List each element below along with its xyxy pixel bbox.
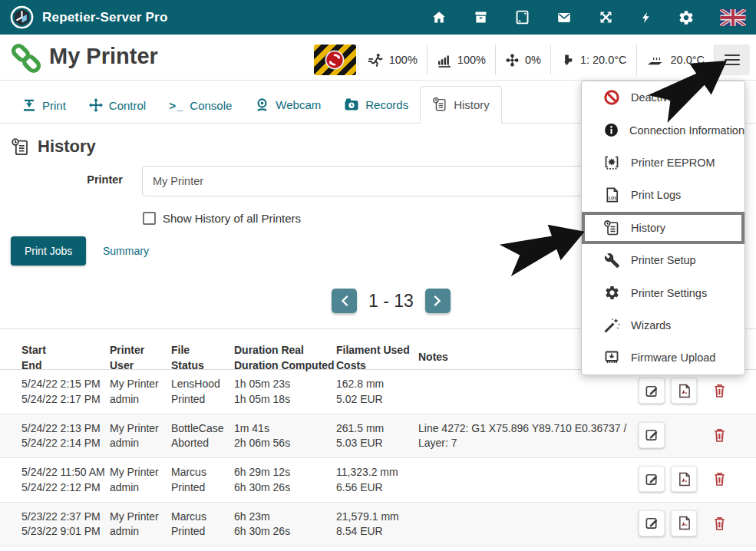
menu-item-printer-settings[interactable]: Printer Settings	[582, 276, 744, 308]
table-row: 5/24/22 2:15 PM5/24/22 2:17 PM My Printe…	[0, 370, 756, 414]
printer-select[interactable]: My Printer	[142, 166, 583, 196]
menu-item-printer-eeprom[interactable]: Printer EEPROM	[582, 147, 744, 179]
bed-temp-status[interactable]: 20.0°C	[636, 45, 715, 75]
eeprom-icon	[603, 154, 620, 171]
printer-statusbar: 100% 100% 0	[314, 45, 750, 75]
hamburger-icon	[725, 54, 740, 57]
edit-icon	[645, 516, 659, 530]
pdf-report-button[interactable]	[671, 378, 697, 404]
show-all-printers-checkbox[interactable]	[143, 212, 156, 225]
wand-icon	[603, 317, 620, 334]
speed-status[interactable]: 100%	[358, 45, 427, 75]
history-heading-label: History	[38, 137, 96, 157]
edit-notes-button[interactable]	[639, 466, 665, 492]
firmware-upload-icon	[603, 349, 620, 366]
edit-notes-button[interactable]	[639, 510, 665, 536]
menu-item-firmware-upload[interactable]: Firmware Upload	[582, 341, 744, 374]
heated-bed-icon	[646, 52, 665, 68]
flow-value: 100%	[457, 54, 486, 66]
printer-box-icon[interactable]	[473, 9, 489, 25]
menu-item-printer-setup[interactable]: Printer Setup	[582, 244, 744, 276]
pdf-report-button[interactable]	[671, 510, 697, 536]
extruder-temp-status[interactable]: 1: 20.0°C	[550, 45, 636, 75]
menu-item-deactivate[interactable]: Deactivate	[582, 81, 744, 114]
control-arrows-icon	[89, 98, 103, 112]
annotation-arrow-to-history-item	[498, 212, 592, 280]
printer-link-icon[interactable]	[9, 41, 43, 75]
pdf-file-icon	[678, 384, 691, 398]
table-row: 5/24/22 2:13 PM5/24/22 2:14 PM My Printe…	[0, 414, 756, 459]
printer-header: My Printer	[0, 35, 756, 81]
webcam-icon	[255, 97, 269, 112]
mail-icon[interactable]	[556, 9, 573, 26]
pagination: 1 - 13	[332, 289, 451, 313]
deactivate-icon	[603, 89, 620, 106]
fan-value: 0%	[525, 54, 541, 66]
table-row: 5/23/22 2:37 PM5/23/22 9:01 PM My Printe…	[0, 503, 756, 547]
trash-icon	[712, 383, 727, 398]
table-row: 5/24/22 11:50 AM5/24/22 2:12 PM My Print…	[0, 458, 756, 503]
speed-value: 100%	[389, 54, 418, 66]
print-logs-icon: LOG	[604, 186, 620, 203]
tab-webcam[interactable]: Webcam	[243, 87, 332, 123]
bed-temp-value: 20.0°C	[671, 54, 705, 66]
emergency-stop-button[interactable]	[314, 45, 356, 75]
prev-page-button[interactable]	[332, 289, 357, 313]
fan-icon	[505, 53, 520, 68]
history-icon	[603, 219, 620, 236]
edit-notes-button[interactable]	[639, 378, 665, 404]
menu-item-connection-information[interactable]: Connection Information	[582, 114, 744, 146]
menu-item-history[interactable]: History	[582, 212, 744, 244]
info-icon	[603, 122, 619, 138]
touchscreen-icon[interactable]	[514, 9, 530, 25]
history-heading-icon	[11, 137, 30, 157]
settings-icon[interactable]	[678, 9, 695, 26]
printer-select-label: Printer	[0, 173, 123, 186]
console-prompt-icon: >_	[169, 99, 183, 112]
flow-status[interactable]: 100%	[427, 45, 495, 75]
next-page-button[interactable]	[425, 289, 451, 313]
pdf-file-icon	[678, 472, 691, 487]
summary-button[interactable]: Summary	[95, 236, 157, 266]
chevron-right-icon	[434, 295, 441, 306]
edit-notes-button[interactable]	[639, 422, 665, 448]
fullscreen-icon[interactable]	[598, 9, 614, 25]
history-heading: History	[11, 137, 96, 157]
trash-icon	[712, 427, 727, 443]
pdf-report-button[interactable]	[671, 466, 697, 492]
flow-bars-icon	[437, 52, 452, 68]
home-icon[interactable]	[431, 9, 447, 26]
app-title: Repetier-Server Pro	[42, 10, 167, 25]
tab-control[interactable]: Control	[78, 88, 157, 123]
menu-item-wizards[interactable]: Wizards	[582, 309, 744, 341]
tab-console[interactable]: >_ Console	[157, 89, 243, 123]
fan-status[interactable]: 0%	[495, 45, 550, 75]
print-nozzle-icon	[22, 98, 36, 112]
chevron-left-icon	[341, 295, 348, 306]
history-icon	[432, 97, 447, 112]
speed-runner-icon	[368, 52, 384, 68]
trash-icon	[712, 471, 727, 487]
svg-text:LOG: LOG	[608, 196, 617, 200]
edit-icon	[645, 427, 659, 442]
emergency-stop-icon	[322, 48, 347, 72]
page-range-label: 1 - 13	[368, 291, 414, 312]
show-all-printers-label: Show History of all Printers	[163, 212, 301, 225]
menu-item-print-logs[interactable]: LOG Print Logs	[582, 179, 744, 211]
tab-records[interactable]: Records	[332, 87, 420, 123]
delete-entry-button[interactable]	[706, 458, 756, 489]
records-camera-icon	[344, 97, 359, 112]
printer-menu-button[interactable]	[714, 45, 750, 75]
delete-entry-button[interactable]	[706, 503, 756, 533]
repetier-server-app: Repetier-Server Pro My Printer	[0, 0, 756, 551]
uk-flag-icon[interactable]	[720, 9, 746, 26]
tab-history[interactable]: History	[420, 86, 502, 124]
tab-print[interactable]: Print	[11, 88, 78, 123]
delete-entry-button[interactable]	[706, 414, 756, 445]
extruder-icon	[560, 53, 575, 68]
printer-name-title: My Printer	[49, 44, 158, 69]
repetier-logo-icon[interactable]	[10, 5, 34, 29]
print-jobs-button[interactable]: Print Jobs	[11, 236, 86, 266]
pdf-file-icon	[678, 516, 691, 530]
bolt-icon[interactable]	[639, 9, 652, 26]
